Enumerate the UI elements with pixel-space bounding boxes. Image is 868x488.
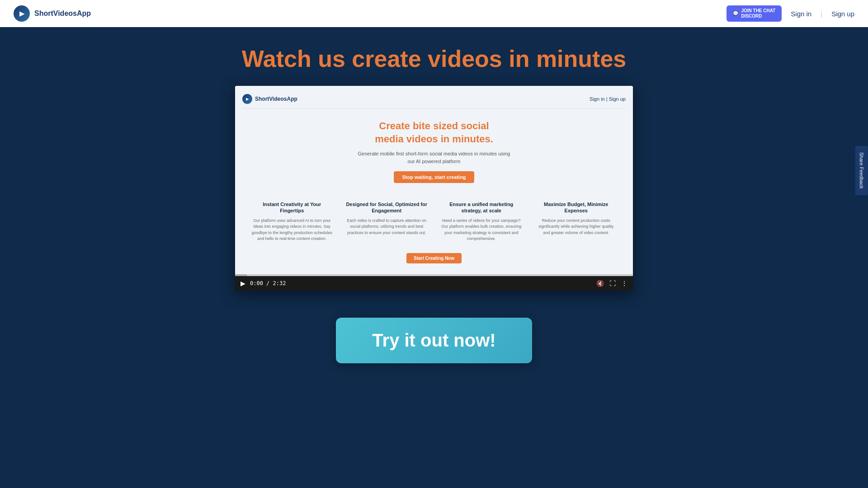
time-display: 0:00 / 2:32: [250, 280, 286, 286]
feature-4-title: Maximize Budget, Minimize Expenses: [535, 201, 618, 214]
inner-features: Instant Creativity at Your Fingertips Ou…: [242, 190, 626, 250]
fullscreen-button[interactable]: ⛶: [609, 280, 616, 287]
discord-button[interactable]: 💬 JOIN THE CHATDISCORD: [726, 5, 782, 22]
feedback-tab[interactable]: Share Feedback: [855, 146, 868, 195]
video-progress-bar[interactable]: [235, 274, 633, 276]
inner-navbar: ▶ ShortVideosApp Sign in | Sign up: [242, 91, 626, 109]
signin-link[interactable]: Sign in: [791, 10, 811, 18]
page-title: Watch us create videos in minutes: [242, 45, 627, 72]
inner-hero-subtitle: Generate mobile first short-form social …: [251, 150, 617, 165]
inner-bottom-button[interactable]: Start Creating Now: [406, 253, 462, 263]
nav-right: 💬 JOIN THE CHATDISCORD Sign in | Sign up: [726, 5, 854, 22]
play-button[interactable]: ▶: [241, 280, 245, 287]
feature-4: Maximize Budget, Minimize Expenses Reduc…: [531, 197, 622, 246]
feature-3: Ensure a unified marketing strategy, at …: [436, 197, 527, 246]
video-progress-fill: [235, 274, 247, 276]
inner-bottom-cta: Start Creating Now: [242, 250, 626, 269]
feature-1-desc: Our platform uses advanced AI to turn yo…: [250, 218, 334, 242]
feature-3-desc: Need a series of videos for your campaig…: [440, 218, 523, 242]
inner-logo: ▶ ShortVideosApp: [242, 94, 297, 104]
feature-1-title: Instant Creativity at Your Fingertips: [250, 201, 334, 214]
feature-3-title: Ensure a unified marketing strategy, at …: [440, 201, 523, 214]
navbar: ▶ ShortVideosApp 💬 JOIN THE CHATDISCORD …: [0, 0, 868, 27]
inner-cta-button[interactable]: Stop waiting, start creating: [394, 171, 474, 183]
video-screen: ▶ ShortVideosApp Sign in | Sign up Creat…: [235, 86, 633, 276]
feature-2: Designed for Social, Optimized for Engag…: [342, 197, 432, 246]
hero-section: Watch us create videos in minutes ▶ Shor…: [0, 27, 868, 304]
inner-logo-icon: ▶: [242, 94, 252, 104]
more-options-button[interactable]: ⋮: [621, 280, 627, 287]
discord-label: JOIN THE CHATDISCORD: [741, 8, 775, 19]
feature-4-desc: Reduce your content production costs sig…: [535, 218, 618, 236]
video-player[interactable]: ▶ ShortVideosApp Sign in | Sign up Creat…: [235, 86, 633, 291]
inner-hero-title: Create bite sized social media videos in…: [251, 120, 617, 145]
logo-text: ShortVideosApp: [34, 9, 91, 18]
signup-link[interactable]: Sign up: [831, 10, 854, 18]
feature-2-desc: Each video is crafted to capture attenti…: [345, 218, 429, 236]
inner-hero: Create bite sized social media videos in…: [242, 109, 626, 190]
inner-nav-links: Sign in | Sign up: [590, 96, 626, 102]
feature-2-title: Designed for Social, Optimized for Engag…: [345, 201, 429, 214]
right-controls: 🔇 ⛶ ⋮: [596, 280, 627, 287]
cta-section: Try it out now!: [336, 318, 532, 363]
video-controls: ▶ 0:00 / 2:32 🔇 ⛶ ⋮: [235, 276, 633, 291]
logo-icon: ▶: [14, 5, 30, 22]
logo: ▶ ShortVideosApp: [14, 5, 91, 22]
volume-button[interactable]: 🔇: [596, 280, 604, 287]
try-now-button[interactable]: Try it out now!: [336, 318, 532, 363]
main-content: Watch us create videos in minutes ▶ Shor…: [0, 0, 868, 488]
feature-1: Instant Creativity at Your Fingertips Ou…: [247, 197, 337, 246]
